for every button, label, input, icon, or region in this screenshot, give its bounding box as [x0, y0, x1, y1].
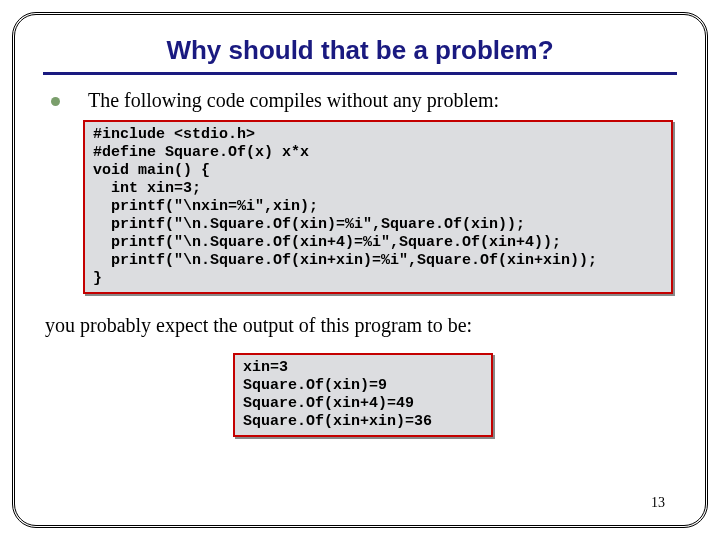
bullet-icon: [51, 97, 60, 106]
slide-frame: Why should that be a problem? The follow…: [12, 12, 708, 528]
code-block-source: #include <stdio.h> #define Square.Of(x) …: [83, 120, 673, 294]
slide-title: Why should that be a problem?: [43, 35, 677, 72]
code-block-output: xin=3 Square.Of(xin)=9 Square.Of(xin+4)=…: [233, 353, 493, 437]
bullet-row: The following code compiles without any …: [51, 89, 677, 112]
page-number: 13: [651, 495, 665, 511]
body-text: you probably expect the output of this p…: [45, 314, 677, 337]
bullet-text: The following code compiles without any …: [88, 89, 499, 112]
title-underline: [43, 72, 677, 75]
slide-content: Why should that be a problem? The follow…: [15, 15, 705, 447]
